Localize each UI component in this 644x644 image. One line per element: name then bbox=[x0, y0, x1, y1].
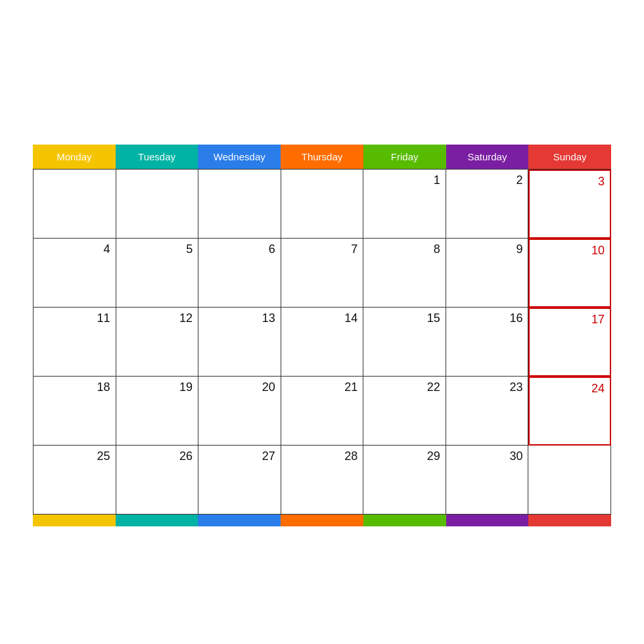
calendar-day-cell bbox=[281, 170, 364, 239]
day-number: 8 bbox=[369, 242, 440, 256]
color-strip bbox=[363, 515, 446, 526]
calendar-day-cell: 18 bbox=[34, 377, 116, 446]
calendar-day-cell: 4 bbox=[34, 239, 116, 308]
day-header-wednesday: Wednesday bbox=[198, 145, 281, 169]
calendar-day-cell: 27 bbox=[198, 446, 281, 515]
color-strip bbox=[446, 515, 529, 526]
day-number: 9 bbox=[451, 242, 523, 256]
calendar-day-cell: 13 bbox=[198, 308, 281, 377]
calendar-day-cell: 15 bbox=[363, 308, 446, 377]
day-number: 29 bbox=[369, 449, 440, 463]
calendar-day-cell: 30 bbox=[446, 446, 529, 515]
day-number: 18 bbox=[39, 380, 110, 394]
calendar-day-cell: 8 bbox=[363, 239, 446, 308]
day-number: 28 bbox=[287, 449, 358, 463]
calendar-day-cell: 6 bbox=[198, 239, 281, 308]
calendar-day-cell: 7 bbox=[281, 239, 364, 308]
color-strip bbox=[116, 515, 198, 526]
calendar-day-cell: 17 bbox=[528, 308, 611, 377]
day-number: 22 bbox=[369, 380, 440, 394]
calendar-grid: 1234567891011121314151617181920212223242… bbox=[33, 169, 611, 515]
bottom-strips bbox=[33, 515, 611, 526]
day-number: 5 bbox=[122, 242, 193, 256]
calendar-day-cell: 11 bbox=[34, 308, 116, 377]
calendar-day-cell: 21 bbox=[281, 377, 364, 446]
day-number: 20 bbox=[204, 380, 275, 394]
calendar-day-cell: 24 bbox=[528, 377, 611, 446]
calendar-day-cell: 10 bbox=[528, 239, 611, 308]
calendar-day-cell: 26 bbox=[116, 446, 199, 515]
calendar-day-cell: 19 bbox=[116, 377, 199, 446]
calendar-day-cell bbox=[528, 446, 611, 515]
calendar-day-cell: 9 bbox=[446, 239, 529, 308]
day-number: 26 bbox=[122, 449, 193, 463]
day-number: 4 bbox=[39, 242, 110, 256]
day-headers: MondayTuesdayWednesdayThursdayFridaySatu… bbox=[33, 145, 611, 169]
calendar-day-cell: 29 bbox=[363, 446, 446, 515]
day-number: 19 bbox=[122, 380, 193, 394]
day-number: 10 bbox=[535, 244, 605, 258]
day-number: 14 bbox=[287, 311, 358, 325]
day-number: 3 bbox=[535, 175, 605, 189]
color-strip bbox=[528, 515, 611, 526]
calendar-day-cell: 28 bbox=[281, 446, 364, 515]
day-header-monday: Monday bbox=[33, 145, 116, 169]
day-number: 1 bbox=[369, 173, 440, 187]
calendar-day-cell: 5 bbox=[116, 239, 199, 308]
calendar-day-cell bbox=[116, 170, 199, 239]
day-number: 23 bbox=[451, 380, 523, 394]
color-strip bbox=[198, 515, 281, 526]
day-number: 2 bbox=[451, 173, 523, 187]
calendar-day-cell: 3 bbox=[528, 170, 611, 239]
calendar-day-cell: 23 bbox=[446, 377, 529, 446]
day-number: 12 bbox=[122, 311, 193, 325]
day-number: 30 bbox=[451, 449, 523, 463]
calendar-day-cell: 20 bbox=[198, 377, 281, 446]
calendar-day-cell: 12 bbox=[116, 308, 199, 377]
calendar-day-cell bbox=[198, 170, 281, 239]
day-number: 25 bbox=[39, 449, 110, 463]
calendar-day-cell: 1 bbox=[363, 170, 446, 239]
color-strip bbox=[281, 515, 363, 526]
calendar-day-cell bbox=[34, 170, 116, 239]
color-strip bbox=[33, 515, 116, 526]
day-number: 16 bbox=[451, 311, 523, 325]
calendar-day-cell: 14 bbox=[281, 308, 364, 377]
calendar-day-cell: 16 bbox=[446, 308, 529, 377]
day-number: 15 bbox=[369, 311, 440, 325]
day-header-thursday: Thursday bbox=[281, 145, 363, 169]
day-number: 11 bbox=[39, 311, 110, 325]
day-header-friday: Friday bbox=[363, 145, 446, 169]
calendar: MondayTuesdayWednesdayThursdayFridaySatu… bbox=[20, 105, 624, 540]
day-header-tuesday: Tuesday bbox=[116, 145, 198, 169]
calendar-day-cell: 22 bbox=[363, 377, 446, 446]
calendar-day-cell: 25 bbox=[34, 446, 116, 515]
day-number: 6 bbox=[204, 242, 275, 256]
calendar-day-cell: 2 bbox=[446, 170, 529, 239]
day-number: 13 bbox=[204, 311, 275, 325]
day-number: 24 bbox=[535, 382, 605, 396]
day-header-saturday: Saturday bbox=[446, 145, 529, 169]
day-number: 17 bbox=[535, 313, 605, 327]
day-header-sunday: Sunday bbox=[528, 145, 611, 169]
day-number: 21 bbox=[287, 380, 358, 394]
day-number: 7 bbox=[287, 242, 358, 256]
day-number: 27 bbox=[204, 449, 275, 463]
